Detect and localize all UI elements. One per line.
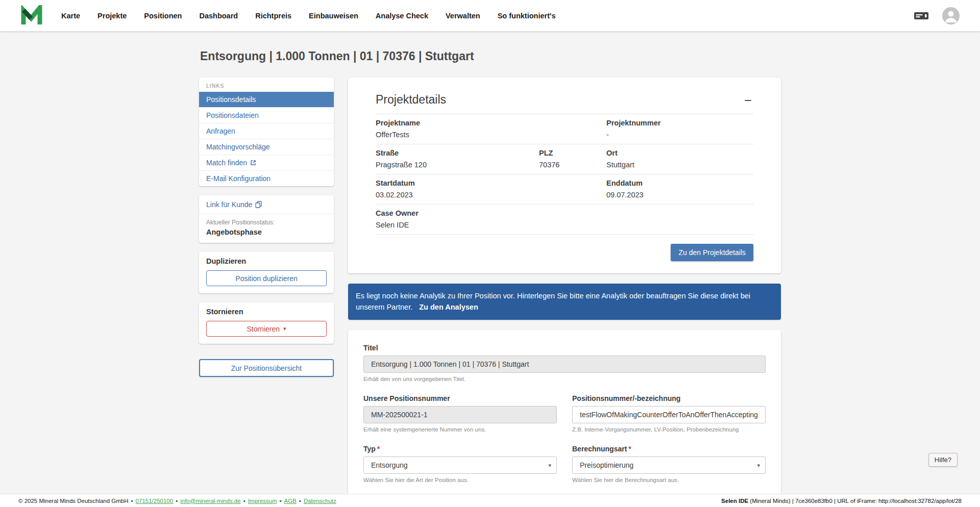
duplicate-position-button[interactable]: Position duplizieren [206,270,327,286]
titel-input [363,356,766,373]
berechnungsart-field: Berechnungsart* Preisoptimierung ▾ Wähle… [572,444,766,483]
footer-link-impressum[interactable]: Impressum [248,498,277,504]
nav-item-dashboard[interactable]: Dashboard [199,12,238,20]
sidebar-item-label: Match finden [206,159,247,167]
typ-field: Typ* Entsorgung ▾ Wählen Sie hier die Ar… [363,444,557,483]
nav-item-analyse-check[interactable]: Analyse Check [376,12,428,20]
project-details-button[interactable]: Zu den Projektdetails [671,244,753,261]
project-details-title: Projektdetails [376,93,446,107]
position-overview-button[interactable]: Zur Positionsübersicht [199,359,334,377]
positionsnummer-label: Positionsnummer/-bezeichnung [572,394,680,402]
sidebar-item-label: Positionsdateien [206,111,259,119]
banner-text: Es liegt noch keine Analytik zu Ihrer Po… [356,292,750,311]
sidebar-item-match-finden[interactable]: Match finden [199,155,334,170]
app-logo[interactable] [20,5,43,27]
project-row: Startdatum 03.02.2023 Enddatum 09.07.202… [376,174,753,205]
sidebar-item-matchingvorschlaege[interactable]: Matchingvorschläge [199,139,334,155]
field-label: Projektnummer [606,118,753,128]
berechnungsart-label-text: Berechnungsart [572,445,627,453]
sidebar-item-label: Matchingvorschläge [206,143,270,151]
unsere-positionsnummer-helper: Erhält eine systemgenerierte Nummer von … [363,426,557,433]
required-asterisk: * [628,445,631,453]
cancel-header: Stornieren [206,308,327,316]
help-button[interactable]: Hilfe? [928,453,958,467]
external-link-icon [250,160,256,166]
project-fields: Projektname OfferTests Projektnummer - S… [376,114,753,235]
copyright-text: © 2025 Mineral Minds Deutschland GmbH [18,498,129,504]
sidebar-item-label: Anfragen [206,127,235,135]
footer-link-datenschutz[interactable]: Datenschutz [304,498,336,504]
unsere-positionsnummer-label: Unsere Positionsnummer [363,394,450,402]
cancel-position-button[interactable]: Stornieren ▾ [206,321,327,337]
unsere-positionsnummer-input [363,406,557,423]
caret-down-icon: ▾ [283,326,286,332]
berechnungsart-label: Berechnungsart* [572,445,631,453]
position-form-card: Titel Erhält den von uns vorgegebenen Ti… [348,330,781,494]
nav-item-so-funktionierts[interactable]: So funktioniert's [498,12,556,20]
nav-item-einbauweisen[interactable]: Einbauweisen [309,12,358,20]
nav-item-karte[interactable]: Karte [61,12,80,20]
cancel-card: Stornieren Stornieren ▾ [199,302,334,344]
footer-link-agb[interactable]: AGB [284,498,297,504]
sidebar: LINKS Positionsdetails Positionsdateien … [199,78,334,494]
main-column: Projektdetails Projektname OfferTests Pr… [348,78,781,494]
caret-down-icon: ▾ [757,462,760,468]
field-case-owner: Case Owner Selen IDE [376,209,606,230]
sidebar-item-email-konfiguration[interactable]: E-Mail Konfiguration [199,170,334,186]
footer-info: © 2025 Mineral Minds Deutschland GmbH • … [18,498,336,504]
field-enddatum: Enddatum 09.07.2023 [606,179,753,199]
titel-helper: Erhält den von uns vorgegebenen Titel. [363,376,766,382]
field-value: 03.02.2023 [376,190,606,199]
field-label: Projektname [376,118,606,128]
separator-dot: • [131,498,133,504]
field-label: PLZ [539,148,606,158]
position-status-value: Angebotsphase [206,228,327,236]
field-startdatum: Startdatum 03.02.2023 [376,179,606,199]
nav-item-verwalten[interactable]: Verwalten [446,12,480,20]
typ-select[interactable]: Entsorgung ▾ [363,457,557,474]
nav-item-projekte[interactable]: Projekte [97,12,127,20]
user-avatar[interactable] [942,7,960,24]
session-details: (Mineral Minds) | 7ce360e83fb0 | URL of … [748,498,962,504]
field-projektname: Projektname OfferTests [376,118,606,139]
sidebar-item-positionsdetails[interactable]: Positionsdetails [199,92,334,107]
cancel-button-label: Stornieren [247,325,280,333]
footer-link-email[interactable]: info@mineral-minds.de [180,498,240,504]
sidebar-item-anfragen[interactable]: Anfragen [199,123,334,139]
top-navbar: Karte Projekte Positionen Dashboard Rich… [0,0,980,31]
berechnungsart-select[interactable]: Preisoptimierung ▾ [572,457,766,474]
field-label: Startdatum [376,179,606,188]
server-icon[interactable] [914,11,929,21]
positionsnummer-input[interactable] [572,406,766,423]
copy-icon [255,201,262,208]
customer-link[interactable]: Link für Kunde [199,195,334,214]
nav-item-positionen[interactable]: Positionen [144,12,182,20]
position-status: Aktueller Positionsstatus: Angebotsphase [199,214,334,243]
sidebar-item-label: E-Mail Konfiguration [206,174,271,183]
duplicate-card: Duplizieren Position duplizieren [199,252,334,293]
separator-dot: • [176,498,178,504]
session-user: Selen IDE [721,498,748,504]
caret-down-icon: ▾ [548,462,551,468]
person-icon [942,7,960,24]
sidebar-item-positionsdateien[interactable]: Positionsdateien [199,107,334,123]
session-info: Selen IDE (Mineral Minds) | 7ce360e83fb0… [721,498,962,504]
links-header: LINKS [199,78,334,92]
field-value: Selen IDE [376,220,606,230]
sidebar-item-label: Positionsdetails [206,95,256,104]
mineral-minds-logo-icon [20,5,43,27]
analyses-link[interactable]: Zu den Analysen [419,303,478,311]
titel-field: Titel Erhält den von uns vorgegebenen Ti… [363,343,766,382]
positionsnummer-field: Positionsnummer/-bezeichnung Z.B. Intern… [572,394,766,433]
collapse-icon[interactable] [742,95,753,106]
field-label: Straße [376,148,539,158]
field-projektnummer: Projektnummer - [606,118,753,139]
separator-dot: • [243,498,246,504]
duplicate-header: Duplizieren [206,257,327,265]
footer-link-phone[interactable]: 07151/250100 [136,498,174,504]
nav-item-richtpreis[interactable]: Richtpreis [255,12,291,20]
unsere-positionsnummer-field: Unsere Positionsnummer Erhält eine syste… [363,394,557,433]
field-value: OfferTests [376,130,606,139]
project-row: Case Owner Selen IDE [376,205,753,235]
field-value: Pragstraße 120 [376,160,539,169]
